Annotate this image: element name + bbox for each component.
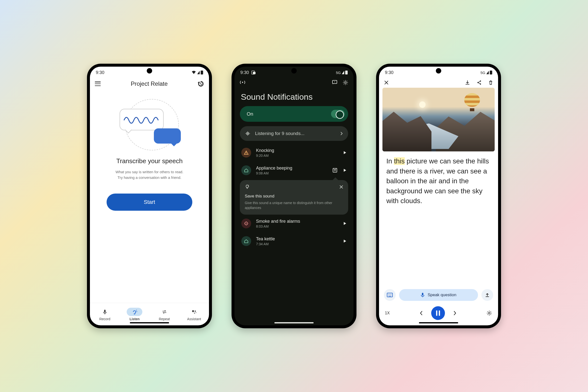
close-icon[interactable] (339, 185, 343, 189)
play-icon[interactable] (343, 151, 347, 154)
nav-label: Listen (130, 317, 140, 321)
nav-listen[interactable]: Listen (127, 308, 142, 321)
upload-icon (485, 292, 490, 298)
phone-project-relate: 9:30 Project Relate Transcribe your spee… (87, 64, 212, 328)
pause-button[interactable] (431, 306, 445, 320)
svg-point-3 (194, 312, 195, 314)
signal-icon (197, 71, 200, 74)
settings-icon[interactable] (343, 80, 348, 85)
camera-punchhole (147, 68, 152, 74)
speak-question-button[interactable]: Speak question (399, 289, 478, 301)
action-bar: Speak question (379, 286, 498, 304)
toggle-switch[interactable] (331, 110, 345, 118)
image-caption: In this picture we can see the hills and… (379, 152, 498, 206)
svg-point-21 (488, 312, 490, 314)
mic-icon (421, 292, 424, 298)
share-icon[interactable] (476, 80, 482, 85)
mic-icon (102, 309, 108, 314)
nav-repeat[interactable]: Repeat (156, 308, 172, 321)
keyboard-button[interactable] (384, 289, 396, 301)
nav-label: Record (99, 317, 110, 321)
home-indicator (274, 322, 314, 324)
sound-item-kettle[interactable]: Tea kettle7:34 AM (234, 232, 354, 250)
nav-assistant[interactable]: Assistant (186, 308, 202, 321)
live-icon (240, 80, 245, 85)
signal-icon (342, 71, 344, 74)
menu-icon[interactable] (95, 82, 101, 86)
svg-point-11 (246, 153, 246, 154)
repeat-icon (162, 309, 167, 314)
master-toggle-row[interactable]: On (240, 106, 348, 122)
image-preview (382, 88, 495, 152)
svg-rect-0 (104, 310, 106, 312)
sun-icon (419, 102, 426, 108)
next-icon[interactable] (453, 310, 457, 316)
tip-title: Save this sound (245, 194, 343, 199)
soundwave-icon (245, 131, 251, 136)
start-button[interactable]: Start (106, 194, 192, 211)
svg-rect-12 (246, 152, 246, 153)
nav-label: Repeat (159, 317, 170, 321)
save-icon[interactable] (332, 168, 337, 173)
subtext: What you say is written for others to re… (100, 169, 199, 180)
sim-icon (251, 70, 256, 74)
svg-point-7 (242, 82, 243, 83)
svg-point-2 (195, 310, 196, 312)
status-time: 9:30 (240, 70, 249, 75)
speech-bubble-filled-icon (154, 128, 181, 144)
chevron-right-icon (340, 132, 343, 136)
network-label: 5G (480, 70, 485, 75)
status-icons: 5G (336, 70, 348, 75)
history-icon[interactable] (198, 80, 204, 87)
settings-icon[interactable] (486, 310, 492, 316)
play-icon[interactable] (343, 239, 347, 243)
battery-icon (490, 70, 492, 74)
status-icons: 5G (480, 70, 492, 75)
warning-icon (241, 148, 251, 158)
assistant-icon (191, 309, 197, 314)
sound-item-smoke[interactable]: Smoke and fire alarms8:03 AM (234, 214, 354, 232)
camera-punchhole (436, 68, 441, 74)
delete-icon[interactable] (488, 80, 493, 85)
upload-button[interactable] (482, 289, 493, 301)
signal-icon (486, 71, 489, 74)
listening-row[interactable]: Listening for 9 sounds... (240, 126, 348, 141)
feedback-icon[interactable] (332, 80, 337, 85)
svg-point-4 (196, 312, 196, 313)
headline: Transcribe your speech (90, 157, 209, 165)
app-title: Project Relate (131, 80, 168, 87)
status-icons (191, 70, 203, 74)
status-time: 9:30 (385, 70, 394, 75)
nav-label: Assistant (187, 317, 201, 321)
speed-button[interactable]: 1X (385, 311, 390, 315)
waveform-icon (124, 116, 160, 124)
download-icon[interactable] (465, 80, 470, 85)
svg-point-1 (192, 310, 194, 312)
svg-point-9 (334, 82, 335, 82)
svg-point-10 (345, 82, 346, 84)
battery-icon (345, 70, 348, 74)
play-icon[interactable] (343, 168, 347, 172)
nav-record[interactable]: Record (97, 308, 113, 321)
app-bar (379, 78, 498, 86)
battery-icon (201, 70, 203, 74)
camera-punchhole (291, 68, 297, 74)
svg-point-15 (246, 223, 246, 224)
speak-label: Speak question (428, 292, 456, 298)
ear-icon (132, 309, 138, 315)
tip-body: Give this sound a unique name to disting… (245, 201, 343, 210)
alarm-icon (241, 218, 251, 228)
app-bar: Project Relate (90, 78, 209, 89)
highlighted-word: this (394, 157, 405, 165)
network-label: 5G (336, 70, 341, 75)
home-indicator (419, 322, 458, 324)
sound-item-appliance[interactable]: Appliance beeping9:08 AM (234, 162, 354, 179)
play-icon[interactable] (343, 222, 347, 226)
wifi-icon (191, 70, 196, 74)
close-icon[interactable] (384, 80, 389, 85)
sound-item-knocking[interactable]: Knocking9:20 AM (234, 144, 354, 162)
svg-rect-6 (253, 72, 256, 74)
prev-icon[interactable] (420, 310, 423, 316)
hero-illustration (90, 89, 209, 155)
svg-rect-20 (422, 293, 423, 296)
